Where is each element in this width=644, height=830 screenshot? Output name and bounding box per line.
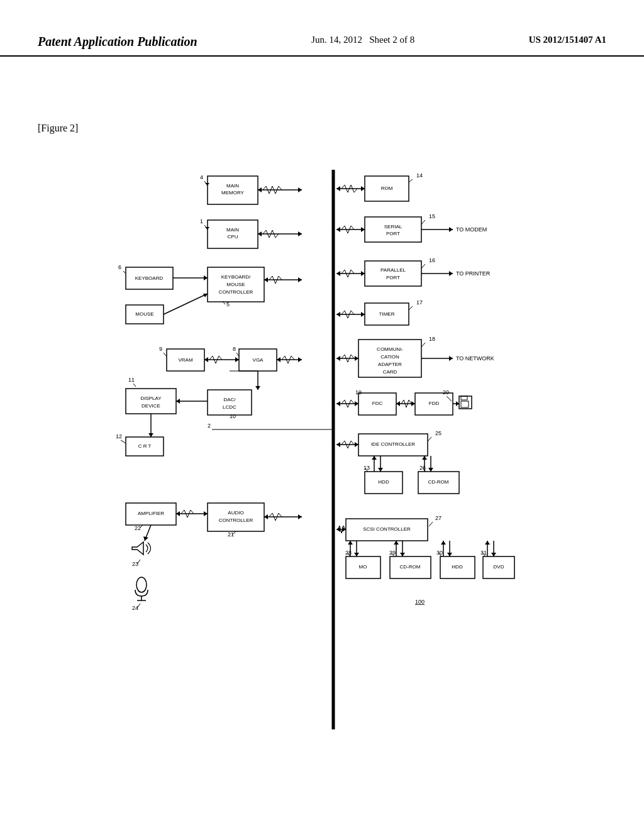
svg-marker-53 [361,271,365,276]
svg-text:12: 12 [116,433,122,440]
svg-text:AMPLIFIER: AMPLIFIER [138,511,164,516]
svg-text:KEYBOARD: KEYBOARD [135,275,164,281]
svg-marker-163 [148,433,153,437]
patent-number: US 2012/151407 A1 [529,35,606,45]
svg-rect-116 [461,401,469,407]
svg-text:4: 4 [200,174,203,180]
svg-line-30 [421,220,425,224]
svg-text:PORT: PORT [386,231,400,236]
svg-marker-139 [355,442,358,447]
svg-marker-198 [491,553,496,556]
svg-text:10: 10 [230,413,236,419]
svg-marker-44 [264,277,268,282]
svg-marker-145 [372,456,377,460]
svg-marker-45 [298,277,302,282]
svg-text:18: 18 [429,336,435,342]
svg-marker-131 [255,386,260,390]
svg-text:DEVICE: DEVICE [142,403,160,409]
date-sheet: Jun. 14, 2012 Sheet 2 of 8 [311,35,414,45]
svg-text:TO MODEM: TO MODEM [456,226,487,233]
svg-text:9: 9 [159,346,162,352]
svg-marker-8 [258,187,262,192]
svg-text:6: 6 [118,264,121,270]
svg-line-136 [428,437,431,441]
svg-line-13 [409,179,413,182]
svg-marker-52 [336,271,340,276]
svg-marker-106 [355,401,358,406]
svg-text:8: 8 [233,346,236,352]
svg-text:14: 14 [416,172,423,179]
svg-text:100: 100 [415,599,425,605]
svg-text:TO PRINTER: TO PRINTER [456,270,491,277]
svg-text:LCDC: LCDC [223,404,236,410]
svg-text:TIMER: TIMER [379,311,395,317]
svg-line-50 [421,264,425,268]
svg-marker-6 [205,183,209,185]
svg-marker-72 [336,312,340,317]
svg-text:PORT: PORT [386,275,400,280]
svg-line-70 [409,306,413,310]
page: Patent Application Publication Jun. 14, … [0,0,644,830]
svg-marker-15 [336,186,340,191]
svg-marker-32 [336,227,340,232]
svg-text:FDC: FDC [372,401,383,406]
svg-marker-190 [447,553,452,556]
svg-text:MAIN: MAIN [226,183,239,189]
svg-text:CD-ROM: CD-ROM [400,564,421,570]
svg-rect-115 [461,396,467,400]
svg-rect-46 [365,261,421,286]
svg-text:MEMORY: MEMORY [221,190,245,196]
svg-text:MO: MO [359,564,367,570]
svg-marker-222 [143,536,148,541]
svg-text:MOUSE: MOUSE [226,282,245,287]
svg-marker-184 [394,541,399,545]
svg-text:VGA: VGA [253,357,264,363]
svg-text:HDD: HDD [452,564,463,570]
svg-text:25: 25 [435,430,441,436]
svg-text:5: 5 [226,301,230,307]
svg-text:MOUSE: MOUSE [135,311,153,317]
svg-text:29: 29 [389,550,396,556]
svg-text:MAIN: MAIN [226,227,239,233]
svg-marker-129 [176,399,180,404]
svg-text:1: 1 [200,218,203,224]
svg-marker-33 [361,227,365,232]
svg-marker-210 [298,514,302,519]
svg-text:CONTROLLER: CONTROLLER [219,517,253,523]
svg-text:IDE CONTROLLER: IDE CONTROLLER [371,441,415,447]
page-header: Patent Application Publication Jun. 14, … [0,0,644,57]
diagram: text { font-family: Arial, sans-serif; f… [63,163,597,773]
svg-marker-217 [204,511,208,516]
svg-text:ADAPTER: ADAPTER [378,362,402,367]
svg-marker-100 [298,357,302,362]
svg-marker-218 [132,542,143,555]
svg-marker-55 [449,271,453,276]
svg-marker-176 [348,541,353,545]
svg-line-159 [121,440,126,443]
svg-marker-97 [235,357,239,362]
svg-marker-138 [336,442,340,447]
svg-marker-216 [176,511,180,516]
svg-marker-62 [204,275,208,280]
svg-line-120 [133,384,136,387]
svg-text:FDD: FDD [429,401,440,406]
svg-marker-151 [428,468,433,472]
svg-marker-143 [378,468,383,472]
svg-text:SCSI CONTROLLER: SCSI CONTROLLER [363,526,411,532]
svg-marker-112 [396,401,400,406]
svg-text:CATION: CATION [380,354,399,360]
svg-text:27: 27 [435,515,441,521]
svg-marker-35 [449,227,453,232]
svg-marker-73 [361,312,365,317]
svg-text:17: 17 [416,299,423,306]
svg-text:DISPLAY: DISPLAY [140,396,162,401]
svg-text:11: 11 [128,377,135,383]
svg-marker-113 [411,401,415,406]
svg-text:PARALLEL: PARALLEL [380,267,406,273]
svg-text:DAC/: DAC/ [223,397,236,402]
svg-marker-85 [449,356,453,361]
svg-text:CD-ROM: CD-ROM [428,479,449,485]
svg-text:28: 28 [345,550,352,556]
publication-label: Patent Application Publication [38,35,197,49]
svg-text:CARD: CARD [383,369,397,375]
